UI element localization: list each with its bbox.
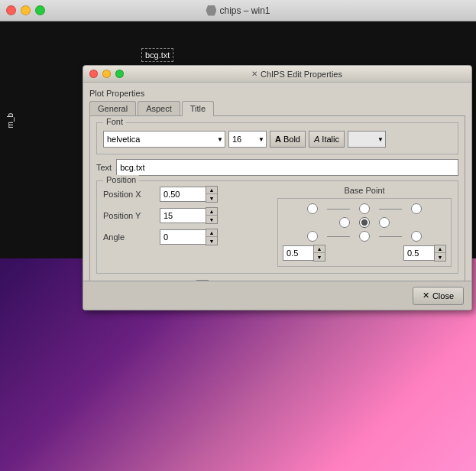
pos-y-spin: ▲ ▼ bbox=[160, 207, 218, 224]
bp-y-spin-buttons: ▲ ▼ bbox=[434, 245, 446, 261]
os-close-button[interactable] bbox=[6, 5, 16, 15]
bp-row-2 bbox=[283, 217, 446, 228]
size-select[interactable]: 8101214 16182436 bbox=[228, 131, 267, 148]
close-x-icon: ✕ bbox=[423, 291, 429, 300]
text-input[interactable] bbox=[116, 159, 458, 176]
bp-x-down-button[interactable]: ▼ bbox=[314, 253, 325, 261]
angle-input[interactable] bbox=[160, 229, 206, 245]
pos-x-row: Position X ▲ ▼ bbox=[103, 186, 256, 203]
pos-y-down-button[interactable]: ▼ bbox=[206, 216, 217, 223]
tab-title[interactable]: Title bbox=[182, 101, 214, 116]
bold-button[interactable]: A Bold bbox=[270, 131, 306, 148]
bp-radio-mc[interactable] bbox=[359, 217, 370, 228]
pos-x-down-button[interactable]: ▼ bbox=[206, 194, 217, 202]
color-swatch-wrap[interactable]: ▼ bbox=[348, 131, 386, 148]
position-group-title: Position bbox=[103, 175, 139, 184]
bp-x-up-button[interactable]: ▲ bbox=[314, 245, 325, 253]
os-titlebar: chips – win1 bbox=[0, 0, 476, 21]
pos-x-spin-buttons: ▲ ▼ bbox=[206, 186, 218, 203]
bp-radio-tc[interactable] bbox=[359, 203, 370, 214]
italic-button[interactable]: A Italic bbox=[309, 131, 345, 148]
bottom-bar: ✕ Close bbox=[83, 281, 471, 310]
pos-y-input[interactable] bbox=[160, 208, 206, 223]
axis-label: m_b bbox=[6, 113, 15, 128]
dialog-body: Plot Properties General Aspect Title Fon… bbox=[83, 83, 471, 310]
pos-fields: Position X ▲ ▼ Position Y bbox=[103, 186, 256, 267]
bp-y-up-button[interactable]: ▲ bbox=[435, 245, 445, 253]
os-title-icon bbox=[206, 5, 216, 16]
font-group-title: Font bbox=[103, 117, 126, 126]
italic-icon: A bbox=[314, 135, 319, 144]
os-minimize-button[interactable] bbox=[21, 5, 31, 15]
angle-up-button[interactable]: ▲ bbox=[206, 229, 217, 237]
bp-radio-mr[interactable] bbox=[379, 217, 390, 228]
os-titlebar-buttons bbox=[6, 5, 45, 15]
plot-properties-label: Plot Properties bbox=[89, 89, 465, 98]
bp-x-input[interactable] bbox=[283, 245, 313, 261]
bp-coords: ▲ ▼ ▲ ▼ bbox=[283, 245, 446, 261]
tab-aspect[interactable]: Aspect bbox=[138, 101, 180, 115]
bp-radio-tr[interactable] bbox=[411, 203, 422, 214]
pos-y-label: Position Y bbox=[103, 211, 157, 220]
angle-spin-buttons: ▲ ▼ bbox=[206, 229, 218, 245]
bp-radio-bl[interactable] bbox=[307, 231, 318, 242]
os-maximize-button[interactable] bbox=[35, 5, 45, 15]
os-title: chips – win1 bbox=[206, 5, 270, 16]
base-point-section: Base Point bbox=[277, 186, 452, 267]
bold-icon: A bbox=[275, 135, 281, 144]
pos-and-bp: Position X ▲ ▼ Position Y bbox=[103, 186, 452, 267]
tab-general[interactable]: General bbox=[89, 101, 136, 115]
bp-line-b1 bbox=[327, 236, 350, 237]
text-label: Text bbox=[96, 163, 112, 172]
angle-row: Angle ▲ ▼ bbox=[103, 229, 256, 245]
base-point-grid: ▲ ▼ ▲ ▼ bbox=[277, 198, 452, 267]
dialog-close-button[interactable] bbox=[89, 70, 98, 78]
font-select[interactable]: helvetica Arial Times Courier bbox=[103, 131, 225, 148]
pos-y-spin-buttons: ▲ ▼ bbox=[206, 207, 218, 224]
pos-x-spin: ▲ ▼ bbox=[160, 186, 218, 203]
bp-y-spin: ▲ ▼ bbox=[403, 245, 446, 261]
plot-label: bcg.txt bbox=[141, 48, 173, 62]
angle-down-button[interactable]: ▼ bbox=[206, 237, 217, 245]
dialog-title-icon: ✕ bbox=[251, 70, 257, 78]
pos-x-input[interactable] bbox=[160, 187, 206, 202]
angle-spin: ▲ ▼ bbox=[160, 229, 218, 245]
bp-radio-tl[interactable] bbox=[307, 203, 318, 214]
bp-y-input[interactable] bbox=[403, 245, 434, 261]
bp-radio-ml[interactable] bbox=[339, 217, 350, 228]
bp-radio-br[interactable] bbox=[411, 231, 422, 242]
bp-x-spin-buttons: ▲ ▼ bbox=[313, 245, 325, 261]
size-select-wrap[interactable]: 8101214 16182436 ▼ bbox=[228, 131, 267, 148]
text-row: Text bbox=[96, 159, 458, 176]
font-row: helvetica Arial Times Courier ▼ 8101214 … bbox=[103, 131, 452, 148]
bp-y-down-button[interactable]: ▼ bbox=[435, 253, 445, 261]
edit-properties-dialog: ✕ ChIPS Edit Properties Plot Properties … bbox=[83, 65, 472, 310]
pos-x-label: Position X bbox=[103, 190, 157, 199]
tab-bar: General Aspect Title bbox=[89, 101, 465, 116]
color-swatch bbox=[348, 131, 386, 148]
dialog-titlebar: ✕ ChIPS Edit Properties bbox=[83, 66, 471, 83]
bp-line-t1 bbox=[327, 209, 350, 210]
dialog-maximize-button[interactable] bbox=[115, 70, 124, 78]
pos-x-up-button[interactable]: ▲ bbox=[206, 187, 217, 194]
dialog-title: ✕ ChIPS Edit Properties bbox=[128, 70, 465, 79]
bp-row-1 bbox=[283, 203, 446, 214]
pos-y-row: Position Y ▲ ▼ bbox=[103, 207, 256, 224]
bp-line-b2 bbox=[379, 236, 402, 237]
pos-y-up-button[interactable]: ▲ bbox=[206, 208, 217, 216]
font-select-wrap[interactable]: helvetica Arial Times Courier ▼ bbox=[103, 131, 225, 148]
bp-row-3 bbox=[283, 231, 446, 242]
angle-label: Angle bbox=[103, 232, 157, 242]
dialog-minimize-button[interactable] bbox=[102, 70, 111, 78]
font-group: Font helvetica Arial Times Courier ▼ bbox=[96, 122, 458, 154]
position-group: Position Position X ▲ ▼ bbox=[96, 180, 458, 274]
base-point-label: Base Point bbox=[277, 186, 452, 195]
bp-x-spin: ▲ ▼ bbox=[283, 245, 325, 261]
bp-radio-bc[interactable] bbox=[359, 231, 370, 242]
close-button[interactable]: ✕ Close bbox=[413, 287, 464, 305]
bp-line-t2 bbox=[379, 209, 402, 210]
